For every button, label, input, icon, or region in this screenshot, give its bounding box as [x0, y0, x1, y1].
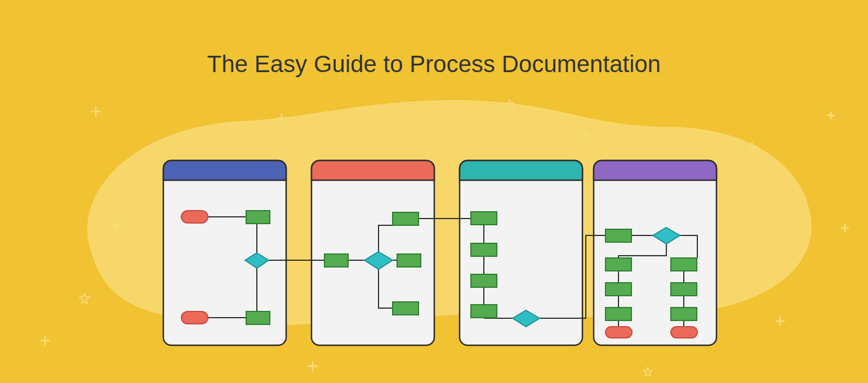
- terminal-shape: [606, 327, 632, 338]
- terminal-shape: [671, 327, 697, 338]
- panel-header: [460, 161, 582, 180]
- process-shape: [606, 229, 631, 242]
- process-shape: [606, 258, 631, 271]
- process-shape: [671, 308, 697, 320]
- terminal-shape: [181, 211, 208, 223]
- diagram-canvas: [0, 0, 868, 383]
- panel-header: [594, 161, 716, 180]
- process-shape: [471, 305, 497, 318]
- process-shape: [471, 243, 497, 256]
- process-shape: [606, 308, 631, 320]
- process-shape: [393, 302, 419, 315]
- process-shape: [393, 212, 419, 225]
- process-shape: [471, 212, 497, 225]
- svg-rect-1: [311, 161, 434, 345]
- process-shape: [671, 283, 697, 296]
- process-shape: [397, 254, 421, 267]
- process-shape: [671, 258, 697, 271]
- panel-header: [163, 161, 286, 180]
- terminal-shape: [181, 311, 208, 324]
- panel-header: [311, 161, 434, 180]
- process-shape: [324, 254, 348, 267]
- process-shape: [246, 211, 270, 224]
- illustration-stage: The Easy Guide to Process Documentation: [0, 0, 868, 383]
- process-shape: [606, 283, 631, 296]
- process-shape: [471, 274, 497, 287]
- panel-2: [311, 161, 434, 345]
- process-shape: [246, 311, 270, 324]
